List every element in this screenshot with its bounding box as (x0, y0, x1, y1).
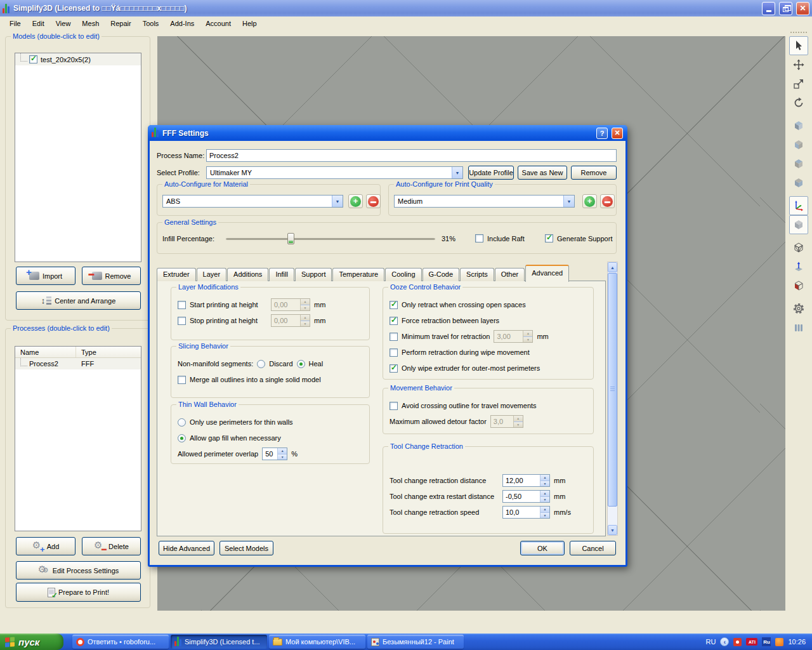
menu-tools[interactable]: Tools (137, 18, 165, 29)
avoid-crossing-checkbox[interactable] (390, 402, 398, 410)
taskbar-item-opera[interactable]: Ответить • roboforu... (72, 635, 169, 649)
dialog-titlebar[interactable]: FFF Settings ? (148, 125, 627, 141)
select-models-button[interactable]: Select Models (219, 541, 273, 555)
prepare-to-print-button[interactable]: Prepare to Print! (16, 583, 141, 602)
move-tool-button[interactable] (789, 55, 808, 74)
detour-input[interactable]: 3,0▲▼ (490, 415, 523, 428)
ati-icon[interactable]: ATI (746, 638, 757, 646)
wipe-retraction-checkbox[interactable] (390, 348, 398, 357)
tab-additions[interactable]: Additions (227, 268, 268, 281)
download-manager-icon[interactable] (775, 638, 783, 646)
models-list[interactable]: test_20x20x5(2) (15, 53, 141, 262)
main-window-titlebar[interactable]: Simplify3D (Licensed to □□Ÿá□□□□□□□□x□□□… (0, 0, 812, 17)
tab-advanced[interactable]: Advanced (525, 265, 569, 282)
save-as-new-button[interactable]: Save as New (518, 166, 567, 180)
retract-crossing-label[interactable]: Only retract when crossing open spaces (402, 301, 526, 308)
material-select[interactable]: ABS ▼ (162, 195, 343, 208)
chevron-down-icon[interactable]: ▼ (452, 167, 462, 178)
scroll-up-icon[interactable]: ▲ (608, 262, 617, 272)
heal-radio[interactable] (297, 360, 305, 368)
overlap-input[interactable]: 50▲▼ (262, 448, 287, 460)
min-travel-input[interactable]: 3,00▲▼ (494, 330, 533, 343)
close-button[interactable] (796, 2, 809, 15)
start-height-checkbox[interactable] (178, 301, 186, 309)
retract-crossing-checkbox[interactable] (390, 301, 398, 309)
taskbar-item-paint[interactable]: Безымянный12 - Paint (367, 635, 464, 649)
spinner-arrows[interactable]: ▲▼ (277, 448, 287, 460)
tab-extruder[interactable]: Extruder (157, 268, 196, 281)
merge-outlines-checkbox[interactable] (178, 376, 186, 384)
menu-edit[interactable]: Edit (27, 18, 50, 29)
cancel-button[interactable]: Cancel (570, 541, 616, 555)
cross-section-button[interactable] (789, 276, 808, 295)
ok-button[interactable]: OK (520, 541, 565, 555)
hidden-icons-chevron-icon[interactable]: ‹ (720, 637, 729, 646)
tab-gcode[interactable]: G-Code (422, 268, 460, 281)
settings-scrollbar[interactable]: ▲ ▼ (607, 262, 618, 536)
start-height-label[interactable]: Start printing at height (190, 301, 267, 308)
delete-process-button[interactable]: Delete (82, 537, 141, 555)
toolbar-grip[interactable] (790, 32, 807, 33)
antivirus-icon[interactable] (733, 638, 742, 646)
gap-fill-label[interactable]: Allow gap fill when necessary (190, 434, 281, 442)
min-travel-label[interactable]: Minimum travel for retraction (402, 333, 490, 340)
tc-restart-input[interactable]: -0,50▲▼ (502, 490, 550, 503)
process-row[interactable]: Process2 FFF (15, 358, 141, 369)
spinner-arrows[interactable]: ▲▼ (540, 507, 549, 518)
start-height-input[interactable]: 0,00▲▼ (271, 298, 310, 311)
avoid-crossing-label[interactable]: Avoid crossing outline for travel moveme… (402, 402, 537, 409)
dialog-close-button[interactable] (612, 128, 623, 139)
hide-advanced-button[interactable]: Hide Advanced (159, 541, 214, 555)
rotate-tool-button[interactable] (789, 93, 808, 112)
wipe-outer-label[interactable]: Only wipe extruder for outer-most perime… (402, 364, 540, 372)
import-button[interactable]: Import (16, 267, 75, 285)
view-iso-button[interactable] (789, 116, 808, 135)
tab-infill[interactable]: Infill (269, 268, 294, 281)
force-retraction-checkbox[interactable] (390, 317, 398, 325)
merge-outlines-label[interactable]: Merge all outlines into a single solid m… (190, 376, 321, 383)
menu-help[interactable]: Help (237, 18, 263, 29)
taskbar-item-explorer[interactable]: Мой компьютер\VIB... (269, 635, 365, 649)
spinner-arrows[interactable]: ▲▼ (513, 416, 523, 427)
wireframe-view-button[interactable] (789, 238, 808, 257)
taskbar-item-simplify3d[interactable]: Simplify3D (Licensed t... (171, 635, 267, 649)
heal-label[interactable]: Heal (309, 360, 324, 368)
spinner-arrows[interactable]: ▲▼ (300, 315, 310, 326)
add-process-button[interactable]: Add (16, 537, 75, 555)
discard-label[interactable]: Discard (269, 360, 292, 368)
add-material-button[interactable]: + (348, 194, 363, 208)
profile-select[interactable]: Ultimaker MY ▼ (206, 166, 463, 179)
model-visible-checkbox[interactable] (29, 55, 37, 63)
generate-support-checkbox[interactable] (545, 234, 553, 242)
menu-repair[interactable]: Repair (105, 18, 136, 29)
machine-settings-button[interactable] (789, 299, 808, 318)
spinner-arrows[interactable]: ▲▼ (523, 331, 532, 342)
discard-radio[interactable] (257, 360, 265, 368)
center-arrange-button[interactable]: Center and Arrange (16, 291, 141, 310)
stop-height-input[interactable]: 0,00▲▼ (271, 314, 310, 327)
menu-addins[interactable]: Add-Ins (164, 18, 200, 29)
wipe-retraction-label[interactable]: Perform retraction during wipe movement (402, 348, 530, 356)
remove-quality-button[interactable]: ▬ (600, 194, 615, 208)
perimeters-only-radio[interactable] (178, 418, 186, 427)
col-type[interactable]: Type (76, 348, 96, 356)
remove-profile-button[interactable]: Remove (571, 166, 617, 180)
support-structures-button[interactable] (789, 318, 808, 337)
force-retraction-label[interactable]: Force retraction between layers (402, 317, 499, 324)
tab-scripts[interactable]: Scripts (460, 268, 494, 281)
chevron-down-icon[interactable]: ▼ (332, 196, 343, 207)
tc-distance-input[interactable]: 12,00▲▼ (502, 474, 550, 487)
tab-temperature[interactable]: Temperature (332, 268, 384, 281)
stop-height-label[interactable]: Stop printing at height (190, 317, 267, 324)
slider-track[interactable] (226, 238, 435, 240)
remove-model-button[interactable]: Remove (82, 267, 141, 285)
start-button[interactable]: пуск (0, 633, 63, 650)
spinner-arrows[interactable]: ▲▼ (540, 491, 549, 502)
stop-height-checkbox[interactable] (178, 317, 186, 325)
surface-normals-button[interactable] (789, 257, 808, 276)
wipe-outer-checkbox[interactable] (390, 364, 398, 373)
update-profile-button[interactable]: Update Profile (468, 166, 514, 180)
include-raft-label[interactable]: Include Raft (487, 235, 525, 242)
tab-cooling[interactable]: Cooling (385, 268, 421, 281)
solid-view-button[interactable] (789, 215, 808, 234)
